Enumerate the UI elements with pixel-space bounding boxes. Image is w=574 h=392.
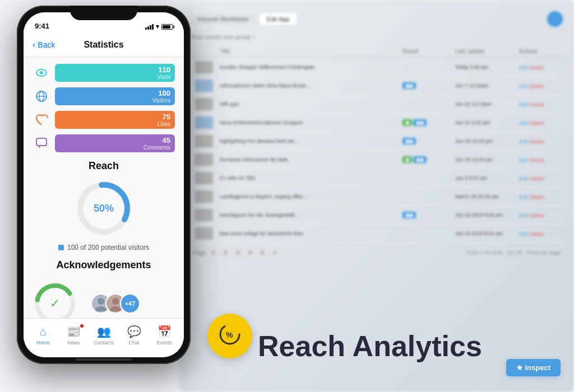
tab-news-label: News [67,340,80,346]
pagination: Page 1 2 3 4 5 » [193,248,280,258]
percent-icon: % [219,323,241,349]
visits-label: Visits [157,74,170,80]
page: Intranet Worldwide Edit App Post create … [0,0,574,392]
svg-point-11 [95,306,107,311]
table-row: F1 refer ist TBD Jun 9 9:07 pm EditDelet… [191,169,563,188]
nav-bar: ‹ Back Statistics [24,32,184,57]
tab-home[interactable]: ⌂ Home [30,325,57,346]
table-row: Landingpoint in Bayern: zugang offen... … [191,188,563,206]
ack-section-title: Acknowledgements [33,259,175,271]
signal-bars [145,24,154,30]
tab-contacts-label: Contacts [94,340,114,346]
back-chevron-icon: ‹ [33,40,35,50]
events-icon: 📅 [158,325,172,338]
tab-home-label: Home [36,340,50,346]
table-row: kast neue Anlage für sächsische tinto Ju… [191,225,563,243]
reach-dot-icon [58,245,64,250]
visitors-value: 100 [158,89,170,97]
svg-rect-5 [36,138,47,146]
comments-label: Comments [144,144,170,151]
reach-container: 50% 100 of 200 potential visitors [33,178,175,251]
reach-analytics-badge[interactable]: % [207,314,252,358]
svg-point-1 [40,71,43,74]
table-row: Da basse Informacion de state ◼◼◼ Jun 19… [191,151,563,169]
tab-chat[interactable]: 💬 Chat [121,325,147,346]
user-avatar [547,11,563,27]
inspect-button[interactable]: ★ Inspect [506,359,561,376]
tab-news[interactable]: 📰 News [60,325,87,346]
page-title: Statistics [84,40,123,50]
home-icon: ⌂ [40,325,47,338]
phone-notch [70,6,137,20]
tab-bar: ⌂ Home 📰 News 👥 Contacts [24,318,184,357]
eye-icon [33,64,50,82]
comments-value: 45 [163,136,170,144]
table-row: Nachtiguren für rok: burengestellt... ◼◼… [191,206,563,225]
tab-events-label: Events [156,340,172,346]
tab-chat-label: Chat [128,340,139,346]
svg-point-13 [110,306,121,311]
reach-caption-text: 100 of 200 potential visitors [67,244,149,251]
ack-container: ✓ +47 [33,277,175,318]
svg-text:%: % [226,330,233,339]
home-indicator [76,358,132,361]
signal-bar-3 [150,25,151,30]
phone-screen: 9:41 ▾ [24,12,184,357]
table-row: highlighting Frm denotes best set... ◼◼ … [191,132,563,151]
chat-icon: 💬 [127,325,141,338]
likes-value: 75 [163,113,170,121]
phone-mockup: 9:41 ▾ [17,6,191,364]
avatar-count: +47 [120,293,140,314]
signal-bar-1 [145,27,147,30]
tab-events[interactable]: 📅 Events [151,325,178,346]
ack-donut: ✓ [33,281,77,318]
breadcrumb: Post create test portal › [191,34,563,40]
heart-icon [33,111,50,129]
news-icon: 📰 [67,325,81,338]
visitors-label: Visitors [152,97,170,104]
globe-icon [33,87,50,105]
visits-stat-row: 110 Visits [33,64,175,82]
visits-value: 110 [158,66,170,74]
tab-contacts[interactable]: 👥 Contacts [90,325,117,346]
svg-point-10 [98,298,104,305]
table-row: trifft agst Jun 22 12:13pm EditDelete [191,95,563,114]
reach-analytics-text: Reach Analytics [258,329,482,363]
table-row: Kunden Shoppe! Willkommen Friedengate — … [191,58,563,77]
likes-stat-row: 75 Likes [33,111,175,129]
desktop-tab-editapp[interactable]: Edit App [260,13,297,25]
desktop-tab-intranet[interactable]: Intranet Worldwide [191,13,256,25]
status-time: 9:41 [35,22,49,30]
signal-bar-2 [147,26,149,30]
back-label: Back [38,40,55,49]
status-icons: ▾ [145,23,173,30]
stats-content: 110 Visits [24,57,184,318]
svg-point-12 [112,298,119,305]
table-row: Neue Erlebnisinformationen Gruppen ◼◼◼ J… [191,114,563,132]
table-header: Title Reach Last update Actions [191,46,563,57]
battery-fill [163,25,170,29]
news-badge-wrap: 📰 [67,325,81,338]
likes-label: Likes [158,121,170,127]
contacts-icon: 👥 [97,325,111,338]
reach-donut: 50% [73,178,135,239]
news-badge-dot [80,324,84,328]
visitors-stat-row: 100 Visitors [33,87,175,105]
signal-bar-4 [152,24,154,30]
reach-percent: 50% [94,203,114,214]
ack-check-icon: ✓ [50,296,60,311]
reach-section-title: Reach [33,160,175,172]
back-button[interactable]: ‹ Back [33,40,55,50]
battery-icon [161,24,173,30]
ack-avatars: +47 [91,293,140,314]
reach-caption: 100 of 200 potential visitors [58,244,149,251]
table-row: Informationen vielen ohne blaue Busst...… [191,77,563,95]
wifi-icon: ▾ [156,23,159,30]
comments-stat-row: 45 Comments [33,134,175,152]
comment-icon [33,134,50,152]
